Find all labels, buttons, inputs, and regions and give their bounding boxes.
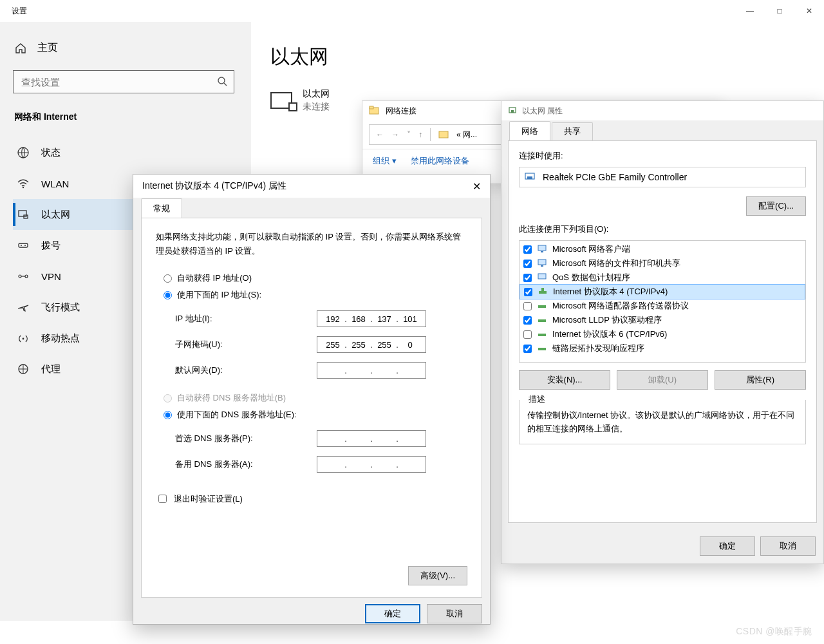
cancel-button[interactable]: 取消 bbox=[427, 604, 482, 623]
item-checkbox[interactable] bbox=[523, 316, 532, 325]
nav-label: 拨号 bbox=[41, 240, 61, 252]
dialog-title: 以太网 属性 bbox=[522, 106, 563, 117]
item-label: QoS 数据包计划程序 bbox=[552, 272, 630, 283]
svg-rect-23 bbox=[538, 260, 546, 265]
forward-icon[interactable]: → bbox=[391, 130, 399, 139]
radio-manual-dns[interactable]: 使用下面的 DNS 服务器地址(E): bbox=[164, 409, 467, 421]
subnet-mask-label: 子网掩码(U): bbox=[175, 339, 317, 350]
item-checkbox[interactable] bbox=[523, 330, 532, 339]
list-item[interactable]: Microsoft 网络适配器多路传送器协议 bbox=[520, 299, 805, 313]
item-label: Microsoft LLDP 协议驱动程序 bbox=[552, 314, 662, 326]
adapter-box[interactable]: Realtek PCIe GbE Family Controller bbox=[519, 167, 806, 187]
organize-menu[interactable]: 组织 ▾ bbox=[373, 155, 397, 167]
configure-button[interactable]: 配置(C)... bbox=[746, 196, 806, 216]
svg-point-8 bbox=[24, 245, 26, 246]
search-input[interactable] bbox=[20, 76, 217, 88]
list-item[interactable]: QoS 数据包计划程序 bbox=[520, 270, 805, 285]
radio-label: 使用下面的 DNS 服务器地址(E): bbox=[177, 409, 297, 421]
monitor-icon bbox=[537, 272, 547, 283]
nav-label: 以太网 bbox=[41, 209, 70, 221]
back-icon[interactable]: ← bbox=[376, 130, 384, 139]
list-item[interactable]: Microsoft LLDP 协议驱动程序 bbox=[520, 313, 805, 327]
svg-rect-22 bbox=[541, 251, 543, 252]
ipv4-properties-dialog: Internet 协议版本 4 (TCP/IPv4) 属性 ✕ 常规 如果网络支… bbox=[133, 174, 491, 625]
item-checkbox[interactable] bbox=[523, 345, 532, 353]
nav-label: 移动热点 bbox=[41, 332, 80, 345]
home-icon bbox=[14, 42, 27, 55]
svg-rect-20 bbox=[527, 176, 532, 179]
item-checkbox[interactable] bbox=[523, 245, 532, 254]
uninstall-button[interactable]: 卸载(U) bbox=[617, 370, 708, 390]
dialog-tabs: 常规 bbox=[133, 198, 490, 218]
install-button[interactable]: 安装(N)... bbox=[519, 370, 610, 390]
nav-status[interactable]: 状态 bbox=[13, 137, 238, 168]
validate-on-exit-checkbox[interactable]: 退出时验证设置(L) bbox=[156, 493, 467, 505]
window-titlebar: 设置 ― □ ✕ bbox=[0, 0, 824, 22]
svg-rect-28 bbox=[538, 305, 546, 308]
protocol-icon bbox=[537, 301, 547, 312]
disable-device-link[interactable]: 禁用此网络设备 bbox=[411, 155, 469, 167]
item-label: Microsoft 网络适配器多路传送器协议 bbox=[552, 300, 689, 312]
ip-address-input[interactable]: 192.168.137.101 bbox=[317, 310, 426, 327]
radio-input[interactable] bbox=[164, 274, 172, 283]
items-list[interactable]: Microsoft 网络客户端 Microsoft 网络的文件和打印机共享 Qo… bbox=[519, 240, 806, 363]
up-icon[interactable]: ↑ bbox=[418, 130, 422, 139]
dialog-titlebar: 以太网 属性 bbox=[501, 101, 823, 120]
item-checkbox[interactable] bbox=[523, 274, 532, 282]
explorer-title: 网络连接 bbox=[386, 106, 417, 117]
description-legend: 描述 bbox=[526, 393, 548, 405]
sidebar-heading: 网络和 Internet bbox=[13, 111, 238, 123]
ethernet-name: 以太网 bbox=[303, 88, 330, 100]
close-button[interactable]: ✕ bbox=[794, 1, 824, 21]
maximize-button[interactable]: □ bbox=[765, 1, 794, 21]
close-icon[interactable]: ✕ bbox=[473, 180, 481, 193]
ok-button[interactable]: 确定 bbox=[700, 536, 755, 556]
search-box[interactable] bbox=[13, 70, 234, 93]
svg-rect-15 bbox=[370, 106, 373, 109]
radio-manual-ip[interactable]: 使用下面的 IP 地址(S): bbox=[164, 289, 467, 301]
dialog-title: Internet 协议版本 4 (TCP/IPv4) 属性 bbox=[142, 180, 286, 192]
monitor-icon bbox=[537, 244, 547, 255]
radio-auto-ip[interactable]: 自动获得 IP 地址(O) bbox=[164, 272, 467, 284]
item-checkbox[interactable] bbox=[524, 288, 532, 296]
list-item[interactable]: Microsoft 网络客户端 bbox=[520, 242, 805, 256]
item-checkbox[interactable] bbox=[523, 260, 532, 268]
tab-network[interactable]: 网络 bbox=[509, 121, 550, 141]
svg-rect-6 bbox=[19, 243, 28, 247]
subnet-mask-input[interactable]: 255.255.255.0 bbox=[317, 336, 426, 353]
home-link[interactable]: 主页 bbox=[13, 37, 238, 70]
alternate-dns-input[interactable]: ... bbox=[317, 456, 426, 473]
address-crumb[interactable]: « 网... bbox=[456, 129, 477, 140]
svg-rect-18 bbox=[511, 110, 514, 113]
minimize-button[interactable]: ― bbox=[735, 1, 765, 21]
radio-input[interactable] bbox=[164, 291, 172, 299]
list-item[interactable]: Internet 协议版本 6 (TCP/IPv6) bbox=[520, 327, 805, 341]
ethernet-status: 未连接 bbox=[303, 101, 330, 113]
properties-button[interactable]: 属性(R) bbox=[715, 370, 806, 390]
vpn-icon bbox=[17, 270, 30, 283]
radio-input[interactable] bbox=[164, 411, 172, 419]
item-checkbox[interactable] bbox=[523, 302, 532, 310]
hotspot-icon bbox=[17, 332, 30, 345]
svg-rect-31 bbox=[538, 348, 546, 350]
svg-rect-24 bbox=[541, 265, 543, 267]
protocol-icon bbox=[537, 315, 547, 326]
description-text: 传输控制协议/Internet 协议。该协议是默认的广域网络协议，用于在不同的相… bbox=[527, 409, 798, 436]
advanced-button[interactable]: 高级(V)... bbox=[408, 566, 467, 585]
airplane-icon bbox=[17, 301, 30, 314]
recent-dropdown-icon[interactable]: ˅ bbox=[407, 130, 411, 139]
cancel-button[interactable]: 取消 bbox=[760, 536, 816, 556]
list-item[interactable]: 链路层拓扑发现响应程序 bbox=[520, 341, 805, 355]
list-item[interactable]: Microsoft 网络的文件和打印机共享 bbox=[520, 256, 805, 270]
item-label: Internet 协议版本 6 (TCP/IPv6) bbox=[552, 328, 667, 340]
preferred-dns-input[interactable]: ... bbox=[317, 430, 426, 447]
tab-general[interactable]: 常规 bbox=[141, 198, 182, 218]
ok-button[interactable]: 确定 bbox=[365, 604, 420, 623]
checkbox-input[interactable] bbox=[158, 495, 167, 503]
ip-address-label: IP 地址(I): bbox=[175, 313, 317, 325]
tab-share[interactable]: 共享 bbox=[552, 122, 593, 142]
list-item[interactable]: Internet 协议版本 4 (TCP/IPv4) bbox=[520, 284, 805, 299]
description-group: 描述 传输控制协议/Internet 协议。该协议是默认的广域网络协议，用于在不… bbox=[519, 400, 806, 444]
gateway-input[interactable]: ... bbox=[317, 362, 426, 379]
svg-point-3 bbox=[23, 187, 24, 188]
